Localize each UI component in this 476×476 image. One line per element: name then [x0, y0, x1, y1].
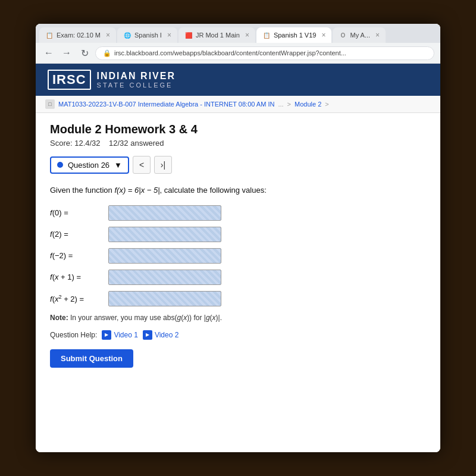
- input-fx1[interactable]: [108, 270, 221, 285]
- tab-exam-label: Exam: 02.10 M: [57, 32, 101, 39]
- tab-spanish2-icon: 📋: [262, 31, 271, 39]
- input-row-fx1: f(x + 1) =: [50, 270, 426, 285]
- tab-spanish2-close[interactable]: ×: [321, 31, 325, 39]
- tab-jr-close[interactable]: ×: [245, 31, 249, 39]
- answered-value: 12/32 answered: [109, 139, 164, 148]
- laptop-screen: 📋 Exam: 02.10 M × 🌐 Spanish I × 🟥 JR Mod…: [36, 24, 440, 452]
- page-content: IRSC Indian River State College □ MAT103…: [36, 64, 440, 452]
- breadcrumb: □ MAT1033-20223-1V-B-007 Intermediate Al…: [36, 96, 440, 113]
- label-fneg2: f(−2) =: [50, 251, 104, 260]
- tab-exam[interactable]: 📋 Exam: 02.10 M ×: [39, 27, 116, 43]
- tab-my-icon: O: [339, 31, 347, 39]
- video1-icon: [102, 330, 111, 340]
- irsc-title: Indian River: [97, 71, 176, 82]
- url-bar[interactable]: 🔒 irsc.blackboard.com/webapps/blackboard…: [95, 46, 434, 60]
- homework-score: Score: 12.4/32 12/32 answered: [50, 139, 426, 148]
- input-row-fx2: f(x2 + 2) =: [50, 291, 426, 306]
- tab-spanish-label: Spanish I: [134, 32, 162, 39]
- url-text: irsc.blackboard.com/webapps/blackboard/c…: [114, 49, 346, 57]
- address-bar: ← → ↻ 🔒 irsc.blackboard.com/webapps/blac…: [36, 43, 440, 64]
- chevron-down-icon: ▼: [114, 161, 122, 170]
- submit-question-button[interactable]: Submit Question: [50, 349, 133, 368]
- tab-exam-icon: 📋: [45, 31, 54, 39]
- tab-spanish[interactable]: 🌐 Spanish I ×: [117, 27, 177, 43]
- main-content: Module 2 Homework 3 & 4 Score: 12.4/32 1…: [36, 113, 440, 377]
- label-fx1: f(x + 1) =: [50, 273, 104, 281]
- label-f2: f(2) =: [50, 230, 104, 239]
- breadcrumb-sep3: >: [325, 101, 328, 108]
- tab-spanish2[interactable]: 📋 Spanish 1 V19 ×: [256, 27, 332, 43]
- problem-note: Note: In your answer, you may use abs(g(…: [50, 312, 426, 323]
- input-fx2[interactable]: [108, 291, 221, 306]
- question-dot: [57, 162, 63, 168]
- tab-spanish2-label: Spanish 1 V19: [274, 32, 317, 39]
- input-row-f0: f(0) =: [50, 205, 426, 221]
- question-nav: Question 26 ▼ < ›|: [50, 156, 426, 174]
- video2-icon: [143, 330, 152, 340]
- math-function: f(x) = 6|x − 5|: [114, 186, 159, 195]
- video2-label: Video 2: [155, 331, 178, 339]
- refresh-button[interactable]: ↻: [77, 46, 92, 60]
- breadcrumb-course[interactable]: MAT1033-20223-1V-B-007 Intermediate Alge…: [58, 101, 274, 108]
- prev-question-button[interactable]: <: [133, 156, 151, 174]
- tab-my[interactable]: O My A... ×: [333, 27, 386, 43]
- label-fx2: f(x2 + 2) =: [50, 294, 104, 303]
- tab-my-close[interactable]: ×: [375, 31, 380, 39]
- question-select[interactable]: Question 26 ▼: [50, 156, 129, 174]
- question-label: Question 26: [68, 161, 109, 170]
- tab-spanish-close[interactable]: ×: [167, 31, 171, 39]
- breadcrumb-icon: □: [45, 99, 55, 109]
- breadcrumb-sep2: >: [287, 101, 291, 108]
- input-row-fneg2: f(−2) =: [50, 248, 426, 264]
- input-f2[interactable]: [108, 227, 221, 242]
- input-row-f2: f(2) =: [50, 227, 426, 242]
- tab-spanish-icon: 🌐: [123, 31, 131, 39]
- next-question-button[interactable]: ›|: [154, 156, 172, 174]
- score-value: 12.4/32: [74, 139, 100, 148]
- browser-chrome: 📋 Exam: 02.10 M × 🌐 Spanish I × 🟥 JR Mod…: [36, 24, 440, 64]
- tab-jr-icon: 🟥: [184, 31, 193, 39]
- problem-description: Given the function f(x) = 6|x − 5|, calc…: [50, 184, 426, 197]
- tab-exam-close[interactable]: ×: [106, 31, 110, 39]
- irsc-logo: IRSC Indian River State College: [48, 70, 176, 90]
- video1-label: Video 1: [114, 331, 137, 339]
- back-button[interactable]: ←: [42, 46, 56, 60]
- input-f0[interactable]: [108, 205, 221, 221]
- tab-jr[interactable]: 🟥 JR Mod 1 Main ×: [178, 27, 255, 43]
- forward-button[interactable]: →: [60, 46, 74, 60]
- question-help: Question Help: Video 1 Video 2: [50, 330, 426, 340]
- homework-title: Module 2 Homework 3 & 4: [50, 123, 426, 136]
- irsc-header: IRSC Indian River State College: [36, 64, 440, 96]
- lock-icon: 🔒: [103, 49, 111, 57]
- tab-bar: 📋 Exam: 02.10 M × 🌐 Spanish I × 🟥 JR Mod…: [36, 24, 440, 43]
- tab-jr-label: JR Mod 1 Main: [196, 32, 240, 39]
- irsc-logo-text: Indian River State College: [97, 71, 176, 89]
- help-label: Question Help:: [50, 331, 97, 339]
- score-label: Score:: [50, 139, 73, 148]
- input-fneg2[interactable]: [108, 248, 221, 264]
- video1-link[interactable]: Video 1: [102, 330, 137, 340]
- irsc-subtitle: State College: [97, 82, 176, 89]
- tab-my-label: My A...: [350, 32, 370, 39]
- irsc-logo-abbr: IRSC: [48, 70, 91, 90]
- label-f0: f(0) =: [50, 208, 104, 217]
- video2-link[interactable]: Video 2: [143, 330, 178, 340]
- breadcrumb-module[interactable]: Module 2: [295, 101, 321, 108]
- breadcrumb-more[interactable]: ...: [278, 101, 283, 108]
